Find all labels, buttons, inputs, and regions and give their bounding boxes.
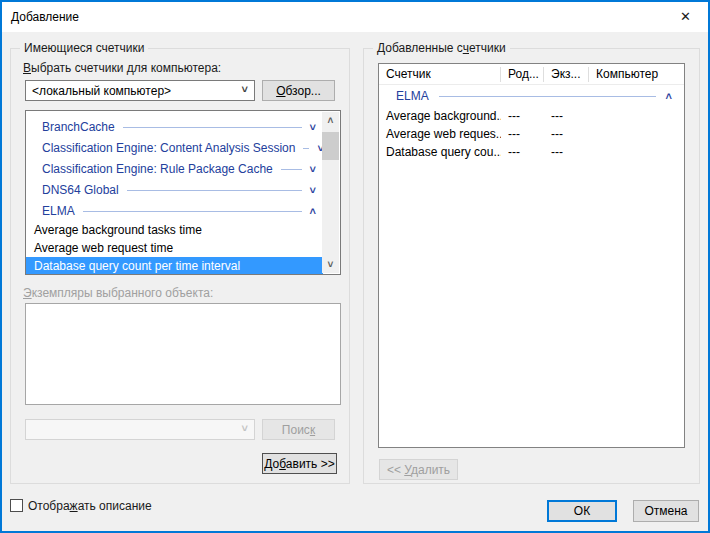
table-header: Счетчик Род... Экз... Компьютер bbox=[379, 64, 684, 85]
chevron-down-icon: ˅ bbox=[310, 163, 316, 175]
column-header-computer[interactable]: Компьютер bbox=[589, 67, 684, 82]
instances-list bbox=[25, 303, 341, 405]
counter-item[interactable]: Average web request time bbox=[26, 239, 340, 257]
chevron-up-icon: ˄ bbox=[310, 205, 316, 217]
available-counters-group-label: Имеющиеся счетчики bbox=[20, 41, 148, 55]
chevron-down-icon: ˅ bbox=[310, 184, 316, 196]
cancel-button[interactable]: Отмена bbox=[633, 500, 699, 522]
counters-scrollbar[interactable]: ˄ ˅ bbox=[322, 112, 339, 273]
chevron-up-icon: ˄ bbox=[666, 90, 672, 102]
instance-search-combo: ˅ bbox=[25, 419, 255, 440]
dialog-body: Имеющиеся счетчики Выбрать счетчики для … bbox=[2, 32, 708, 531]
scroll-down-icon: ˅ bbox=[328, 259, 334, 270]
table-row[interactable]: Average web reques... --- --- bbox=[379, 125, 684, 143]
close-icon: ✕ bbox=[680, 9, 691, 24]
ok-button[interactable]: ОК bbox=[547, 500, 617, 522]
counters-list[interactable]: BranchCache˅ Classification Engine: Cont… bbox=[25, 110, 341, 275]
close-button[interactable]: ✕ bbox=[663, 2, 708, 31]
search-button: Поиск bbox=[262, 419, 335, 440]
counter-group-row[interactable]: BranchCache˅ bbox=[26, 116, 340, 137]
scroll-up-icon: ˄ bbox=[328, 115, 334, 126]
chevron-down-icon: ˅ bbox=[242, 83, 248, 95]
table-row[interactable]: Database query cou... --- --- bbox=[379, 143, 684, 161]
counter-group-row-expanded[interactable]: ELMA˄ bbox=[26, 200, 340, 221]
add-button[interactable]: Добавить >> bbox=[262, 453, 337, 474]
column-header-counter[interactable]: Счетчик bbox=[379, 67, 501, 82]
computer-select[interactable]: <локальный компьютер> ˅ bbox=[25, 80, 255, 101]
show-description-checkbox[interactable] bbox=[10, 499, 23, 512]
select-counters-label: Выбрать счетчики для компьютера: bbox=[23, 61, 221, 75]
column-header-instance[interactable]: Экз... bbox=[544, 67, 589, 82]
chevron-down-icon: ˅ bbox=[242, 422, 248, 434]
add-counters-dialog: Добавление ✕ Имеющиеся счетчики Выбрать … bbox=[0, 0, 710, 533]
column-header-parent[interactable]: Род... bbox=[501, 67, 544, 82]
added-group-row[interactable]: ELMA˄ bbox=[379, 85, 684, 107]
table-row[interactable]: Average background... --- --- bbox=[379, 107, 684, 125]
counter-item-selected[interactable]: Database query count per time interval bbox=[26, 257, 323, 275]
browse-button[interactable]: Обзор... bbox=[262, 80, 335, 101]
instances-label: Экземпляры выбранного объекта: bbox=[23, 286, 213, 300]
counter-group-row[interactable]: Classification Engine: Content Analysis … bbox=[26, 137, 340, 158]
computer-select-value: <локальный компьютер> bbox=[32, 84, 171, 98]
scroll-up-button[interactable]: ˄ bbox=[322, 112, 339, 129]
counter-group-row[interactable]: Classification Engine: Rule Package Cach… bbox=[26, 158, 340, 179]
counter-item[interactable]: Average background tasks time bbox=[26, 221, 340, 239]
chevron-down-icon: ˅ bbox=[310, 121, 316, 133]
dialog-title: Добавление bbox=[11, 10, 79, 24]
show-description-label: Отображать описание bbox=[28, 499, 152, 513]
added-counters-group-label: Добавленные счетчики bbox=[373, 41, 510, 55]
added-counters-table[interactable]: Счетчик Род... Экз... Компьютер ELMA˄ Av… bbox=[378, 63, 685, 448]
titlebar: Добавление ✕ bbox=[2, 2, 708, 32]
remove-button: << Удалить bbox=[379, 459, 458, 480]
counter-group-row[interactable]: DNS64 Global˅ bbox=[26, 179, 340, 200]
scroll-down-button[interactable]: ˅ bbox=[322, 256, 339, 273]
scroll-thumb[interactable] bbox=[322, 132, 339, 160]
